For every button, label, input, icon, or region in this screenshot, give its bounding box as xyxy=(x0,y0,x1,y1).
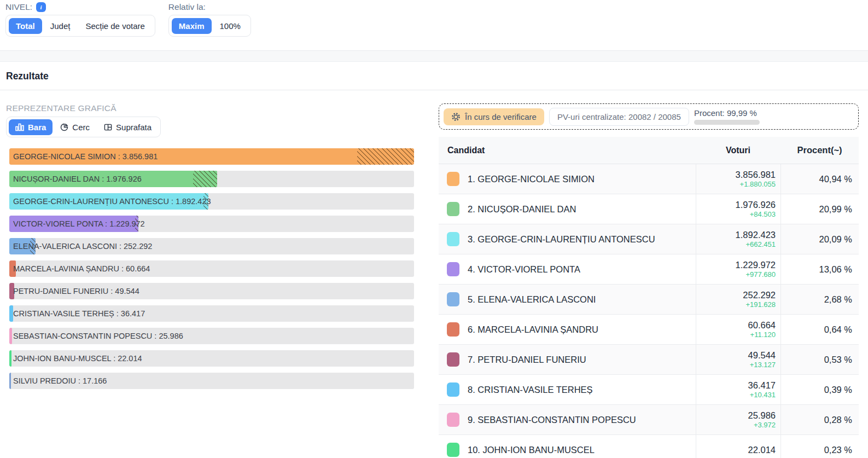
info-icon[interactable]: i xyxy=(36,2,46,12)
votes-value: 60.664 xyxy=(748,320,776,331)
table-row: 8. CRISTIAN-VASILE TERHEȘ 36.417 +10.431… xyxy=(439,375,859,405)
table-row: 2. NICUȘOR-DANIEL DAN 1.976.926 +84.503 … xyxy=(439,194,859,224)
percent-value: 0,23 % xyxy=(780,435,859,458)
table-body: 1. GEORGE-NICOLAE SIMION 3.856.981 +1.88… xyxy=(439,164,859,458)
results-table: Candidat Voturi Procent(~) 1. GEORGE-NIC… xyxy=(439,137,859,458)
votes-value: 252.292 xyxy=(743,290,776,300)
table-row: 7. PETRU-DANIEL FUNERIU 49.544 +13.127 0… xyxy=(439,345,859,375)
tab-suprafata[interactable]: Suprafata xyxy=(97,119,158,135)
chart-panel: REPREZENTARE GRAFICĂ BaraCercSuprafata G… xyxy=(6,103,414,458)
candidate-color-swatch xyxy=(447,413,459,427)
chart-bar-label: PETRU-DANIEL FUNERIU : 49.544 xyxy=(9,283,139,299)
candidate-name: 3. GEORGE-CRIN-LAURENȚIU ANTONESCU xyxy=(468,234,655,245)
column-header-candidat: Candidat xyxy=(439,146,696,155)
candidate-name: 1. GEORGE-NICOLAE SIMION xyxy=(468,174,595,184)
bar-chart-icon xyxy=(15,123,24,131)
votes-value: 25.986 xyxy=(748,410,776,421)
verification-badge: În curs de verificare xyxy=(444,108,544,125)
relativ-control: Relativ la: Maxim100% xyxy=(168,2,251,37)
table-row: 10. JOHN-ION BANU-MUSCEL 22.014 0,23 % xyxy=(439,435,859,458)
relativ-option-maxim[interactable]: Maxim xyxy=(172,18,212,34)
chart-bar-hatch xyxy=(357,148,414,165)
chart-type-tabs: BaraCercSuprafata xyxy=(6,117,161,137)
verification-badge-label: În curs de verificare xyxy=(465,112,537,121)
top-controls: NIVEL: i TotalJudețSecție de votare Rela… xyxy=(0,0,868,37)
percent-progress-bar xyxy=(694,120,760,125)
tab-cerc[interactable]: Cerc xyxy=(54,119,96,135)
nivel-control: NIVEL: i TotalJudețSecție de votare xyxy=(5,2,155,37)
candidate-color-swatch xyxy=(447,232,459,246)
table-row: 1. GEORGE-NICOLAE SIMION 3.856.981 +1.88… xyxy=(439,164,859,194)
percent-value: 13,06 % xyxy=(780,254,859,284)
percent-value: 40,94 % xyxy=(780,164,859,194)
candidate-color-swatch xyxy=(447,262,459,276)
nivel-option-jude-[interactable]: Județ xyxy=(43,18,78,34)
candidate-name: 4. VICTOR-VIOREL PONTA xyxy=(468,264,580,275)
chart-bar-label: CRISTIAN-VASILE TERHEȘ : 36.417 xyxy=(9,305,145,322)
chart-bar: ELENA-VALERICA LASCONI : 252.292 xyxy=(9,238,414,254)
candidate-color-swatch xyxy=(447,202,459,216)
candidate-color-swatch xyxy=(447,382,459,397)
votes-delta: +84.503 xyxy=(750,210,776,218)
candidate-name: 10. JOHN-ION BANU-MUSCEL xyxy=(468,445,595,455)
percent-value: 0,53 % xyxy=(780,345,859,374)
section-separator xyxy=(0,50,868,62)
column-header-procent: Procent(~) xyxy=(780,145,859,155)
chart-bar-hatch xyxy=(193,171,217,187)
nivel-label: NIVEL: xyxy=(5,2,32,12)
chart-bar: GEORGE-NICOLAE SIMION : 3.856.981 xyxy=(9,148,414,165)
votes-delta: +1.880.055 xyxy=(740,180,776,188)
chart-bar: PETRU-DANIEL FUNERIU : 49.544 xyxy=(9,283,414,299)
candidate-name: 8. CRISTIAN-VASILE TERHEȘ xyxy=(468,385,593,395)
table-header: Candidat Voturi Procent(~) xyxy=(439,137,859,164)
chart-bar: VICTOR-VIOREL PONTA : 1.229.972 xyxy=(9,216,414,232)
results-panel: În curs de verificare PV-uri centralizat… xyxy=(439,103,859,458)
percent-value: 0,28 % xyxy=(780,405,859,434)
table-row: 5. ELENA-VALERICA LASCONI 252.292 +191.6… xyxy=(439,285,859,315)
column-header-voturi: Voturi xyxy=(696,146,780,155)
candidate-color-swatch xyxy=(447,292,459,306)
gear-icon xyxy=(451,112,461,121)
tab-bara[interactable]: Bara xyxy=(9,119,53,135)
chart-bar-label: MARCELA-LAVINIA ȘANDRU : 60.664 xyxy=(9,260,150,277)
percent-value: 0,39 % xyxy=(780,375,859,404)
chart-panel-title: REPREZENTARE GRAFICĂ xyxy=(6,103,414,114)
percent-value: 0,64 % xyxy=(780,315,859,344)
votes-value: 36.417 xyxy=(748,380,776,391)
table-row: 4. VICTOR-VIOREL PONTA 1.229.972 +977.68… xyxy=(439,254,859,285)
candidate-name: 6. MARCELA-LAVINIA ȘANDRU xyxy=(468,324,598,335)
votes-delta: +977.680 xyxy=(745,270,776,279)
votes-value: 1.892.423 xyxy=(736,230,776,240)
chart-bar-label: JOHN-ION BANU-MUSCEL : 22.014 xyxy=(9,350,142,367)
votes-delta: +11.120 xyxy=(750,331,776,339)
chart-bar: GEORGE-CRIN-LAURENȚIU ANTONESCU : 1.892.… xyxy=(9,193,414,210)
votes-delta: +191.628 xyxy=(745,300,776,309)
pv-centralized-pill: PV-uri centralizate: 20082 / 20085 xyxy=(549,108,689,126)
votes-delta: +662.451 xyxy=(745,240,776,248)
votes-value: 3.856.981 xyxy=(736,170,776,180)
nivel-option-sec-ie-de-votare[interactable]: Secție de votare xyxy=(78,18,152,34)
chart-bar-label: NICUȘOR-DANIEL DAN : 1.976.926 xyxy=(9,171,142,187)
nivel-option-total[interactable]: Total xyxy=(9,18,42,34)
chart-bar: SEBASTIAN-CONSTANTIN POPESCU : 25.986 xyxy=(9,328,414,344)
table-row: 3. GEORGE-CRIN-LAURENȚIU ANTONESCU 1.892… xyxy=(439,224,859,254)
chart-bar-label: VICTOR-VIOREL PONTA : 1.229.972 xyxy=(9,216,145,232)
percent-label: Procent: 99,99 % xyxy=(694,109,760,118)
chart-bar: CRISTIAN-VASILE TERHEȘ : 36.417 xyxy=(9,305,414,322)
pie-chart-icon xyxy=(60,123,68,131)
relativ-option-100-[interactable]: 100% xyxy=(213,18,248,34)
votes-value: 49.544 xyxy=(748,350,776,361)
chart-bar: SILVIU PREDOIU : 17.166 xyxy=(9,373,414,389)
candidate-color-swatch xyxy=(447,172,459,186)
votes-delta: +10.431 xyxy=(750,391,776,399)
votes-value: 1.229.972 xyxy=(736,260,776,270)
candidate-name: 5. ELENA-VALERICA LASCONI xyxy=(468,294,596,305)
relativ-label: Relativ la: xyxy=(168,2,206,12)
grid-icon xyxy=(104,123,112,131)
candidate-name: 7. PETRU-DANIEL FUNERIU xyxy=(468,355,586,365)
chart-bar: JOHN-ION BANU-MUSCEL : 22.014 xyxy=(9,350,414,367)
table-row: 9. SEBASTIAN-CONSTANTIN POPESCU 25.986 +… xyxy=(439,405,859,435)
relativ-button-group: Maxim100% xyxy=(168,15,251,37)
bar-chart: GEORGE-NICOLAE SIMION : 3.856.981 NICUȘO… xyxy=(9,148,414,389)
votes-delta: +3.972 xyxy=(754,421,776,429)
